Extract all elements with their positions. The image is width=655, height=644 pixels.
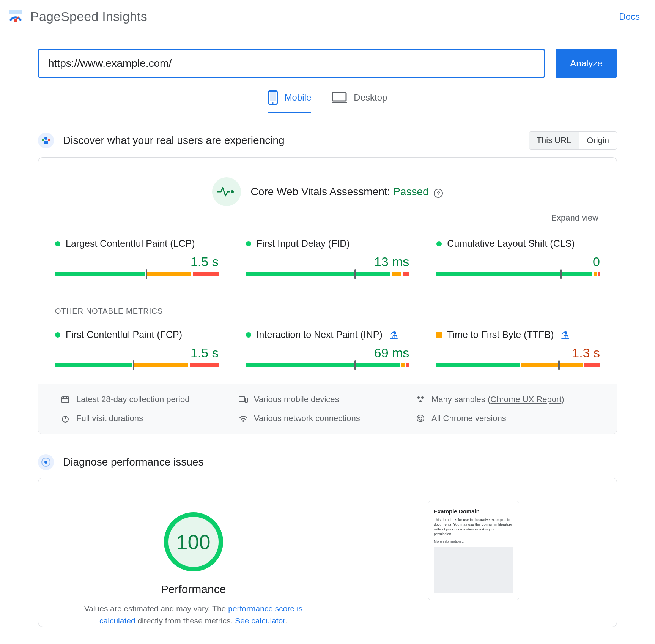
metric-card: First Input Delay (FID) 13 ms	[246, 238, 409, 276]
lab-data-card: 100 Performance Values are estimated and…	[38, 478, 617, 627]
metrics-divider	[55, 296, 600, 296]
info-devices-text: Various mobile devices	[254, 395, 339, 404]
thumb-placeholder	[434, 547, 513, 593]
svg-point-5	[272, 102, 274, 104]
docs-link[interactable]: Docs	[619, 11, 640, 22]
other-metrics-label: OTHER NOTABLE METRICS	[55, 307, 600, 329]
svg-point-20	[417, 396, 420, 399]
diagnose-icon	[38, 454, 54, 470]
experimental-flask-icon: ⚗	[561, 330, 569, 340]
performance-gauge: 100	[164, 512, 223, 571]
info-devices: Various mobile devices	[239, 395, 416, 404]
samples-icon	[416, 395, 425, 404]
svg-rect-11	[44, 141, 48, 144]
status-dot-icon	[55, 332, 60, 338]
info-chrome: All Chrome versions	[416, 414, 594, 423]
metric-value: 69 ms	[246, 340, 409, 363]
info-period-text: Latest 28-day collection period	[76, 395, 189, 404]
metric-name-link[interactable]: First Input Delay (FID)	[257, 238, 350, 249]
metric-value: 13 ms	[246, 249, 409, 272]
info-networks: Various network connections	[239, 414, 416, 423]
status-dot-icon	[55, 241, 60, 246]
distribution-marker	[558, 360, 560, 370]
status-dot-icon	[246, 241, 251, 246]
thumb-title: Example Domain	[434, 508, 513, 515]
distribution-marker	[560, 269, 562, 279]
field-data-footer: Latest 28-day collection period Various …	[38, 384, 617, 434]
info-networks-text: Various network connections	[254, 414, 360, 423]
svg-rect-13	[62, 397, 69, 403]
svg-rect-18	[239, 401, 245, 402]
help-icon[interactable]: ?	[434, 189, 443, 198]
distribution-marker	[133, 360, 134, 370]
info-samples: Many samples (Chrome UX Report)	[416, 395, 594, 404]
distribution-marker	[146, 269, 147, 279]
analyze-button[interactable]: Analyze	[556, 49, 617, 78]
performance-score: 100	[176, 530, 210, 554]
tab-mobile-label: Mobile	[285, 92, 312, 103]
metric-name-link[interactable]: Time to First Byte (TTFB)	[447, 329, 554, 340]
app-title: PageSpeed Insights	[30, 9, 147, 24]
info-chrome-text: All Chrome versions	[431, 414, 506, 423]
screenshot-column: Example Domain This domain is for use in…	[347, 501, 600, 627]
primary-metrics-grid: Largest Contentful Paint (LCP) 1.5 s Fir…	[55, 238, 600, 276]
scope-origin-button[interactable]: Origin	[579, 132, 617, 149]
device-tabs: Mobile Desktop	[0, 88, 655, 122]
metric-distribution-bar	[55, 272, 219, 276]
pagespeed-logo-icon	[8, 9, 24, 25]
status-dot-icon	[246, 332, 251, 338]
url-input[interactable]	[38, 49, 545, 78]
experimental-flask-icon: ⚗	[390, 330, 398, 340]
svg-rect-17	[239, 397, 245, 401]
chrome-icon	[416, 414, 425, 423]
metric-distribution-bar	[246, 272, 409, 276]
metric-card: Interaction to Next Paint (INP) ⚗ 69 ms	[246, 329, 409, 367]
vitals-pulse-icon	[212, 177, 241, 206]
metric-value: 1.3 s	[436, 340, 600, 363]
network-icon	[239, 415, 248, 422]
distribution-marker	[354, 360, 356, 370]
tab-desktop-label: Desktop	[354, 92, 387, 103]
see-calculator-link[interactable]: See calculator	[235, 616, 285, 625]
expand-view-link[interactable]: Expand view	[551, 213, 598, 223]
metric-value: 1.5 s	[55, 249, 219, 272]
metric-distribution-bar	[246, 363, 409, 367]
metric-name-link[interactable]: Largest Contentful Paint (LCP)	[66, 238, 195, 249]
crux-link[interactable]: Chrome UX Report	[490, 395, 561, 404]
metric-value: 1.5 s	[55, 340, 219, 363]
tab-desktop[interactable]: Desktop	[332, 90, 387, 113]
metric-card: Largest Contentful Paint (LCP) 1.5 s	[55, 238, 219, 276]
metric-name-link[interactable]: Interaction to Next Paint (INP)	[257, 329, 383, 340]
logo-wrap: PageSpeed Insights	[8, 9, 147, 25]
metric-card: Time to First Byte (TTFB) ⚗ 1.3 s	[436, 329, 600, 367]
info-durations: Full visit durations	[61, 414, 239, 423]
svg-point-26	[242, 420, 244, 422]
svg-point-9	[42, 139, 44, 141]
svg-point-12	[231, 190, 234, 193]
metric-card: Cumulative Layout Shift (CLS) 0	[436, 238, 600, 276]
field-section-header: Discover what your real users are experi…	[38, 122, 617, 157]
app-header: PageSpeed Insights Docs	[0, 0, 655, 33]
metric-name-link[interactable]: First Contentful Paint (FCP)	[66, 329, 182, 340]
calendar-icon	[61, 395, 70, 404]
metric-distribution-bar	[436, 363, 600, 367]
thumb-more: More information...	[434, 539, 513, 543]
cwv-assessment-row: Core Web Vitals Assessment: Passed ?	[55, 177, 600, 206]
metric-name-link[interactable]: Cumulative Layout Shift (CLS)	[447, 238, 575, 249]
status-dot-icon	[436, 241, 442, 246]
info-collection-period: Latest 28-day collection period	[61, 395, 239, 404]
secondary-metrics-grid: First Contentful Paint (FCP) 1.5 s Inter…	[55, 329, 600, 367]
stopwatch-icon	[61, 414, 70, 423]
svg-point-21	[421, 396, 424, 399]
cwv-assessment-text: Core Web Vitals Assessment: Passed ?	[251, 186, 443, 198]
tab-mobile[interactable]: Mobile	[268, 90, 312, 113]
metric-value: 0	[436, 249, 600, 272]
cwv-assessment-status: Passed	[393, 186, 428, 197]
lab-section-header: Diagnose performance issues	[38, 434, 617, 478]
scope-this-url-button[interactable]: This URL	[529, 132, 579, 149]
scope-segmented-control: This URL Origin	[529, 131, 617, 150]
metric-distribution-bar	[436, 272, 600, 276]
performance-description: Values are estimated and may vary. The p…	[76, 596, 311, 627]
cwv-assessment-prefix: Core Web Vitals Assessment:	[251, 186, 394, 197]
lab-section-title: Diagnose performance issues	[63, 456, 203, 468]
